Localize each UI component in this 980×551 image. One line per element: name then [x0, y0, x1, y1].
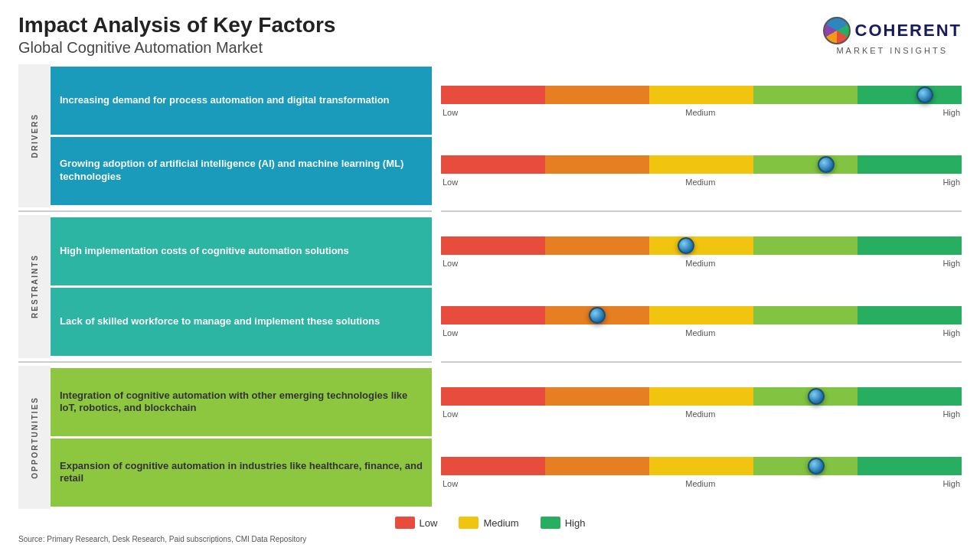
- gauge-label-high: High: [942, 479, 960, 488]
- gauge-segment-3: [753, 86, 858, 104]
- logo-circle-row: COHERENT: [823, 17, 962, 44]
- gauge-label-low: Low: [443, 108, 458, 117]
- gauge-segment-1: [545, 387, 649, 406]
- gauge-knob-opportunities-0: [808, 388, 825, 405]
- gauge-segment-2: [649, 155, 753, 174]
- category-label-col-opportunities: OPPORTUNITIES: [18, 366, 51, 509]
- gauge-segment-2: [649, 387, 753, 406]
- gauge-segment-3: [753, 387, 858, 406]
- gauge-segment-4: [858, 457, 962, 475]
- gauge-group-restraints: LowMediumHighLowMediumHigh: [441, 215, 962, 358]
- gauge-bar-container-restraints-0: [441, 233, 962, 258]
- gauge-item-drivers-0: LowMediumHigh: [441, 67, 962, 134]
- gauge-labels-drivers-1: LowMediumHigh: [441, 178, 962, 187]
- gauge-item-drivers-1: LowMediumHigh: [441, 135, 962, 203]
- gauge-label-medium: Medium: [685, 108, 715, 117]
- right-panel: LowMediumHighLowMediumHighLowMediumHighL…: [432, 64, 962, 509]
- factors-col-drivers: Increasing demand for process automation…: [51, 64, 432, 207]
- gauge-bar-row-opportunities-0: [441, 384, 962, 409]
- gauge-knob-restraints-0: [678, 237, 694, 254]
- gauge-segment-1: [545, 86, 649, 104]
- gauge-label-high: High: [942, 108, 960, 117]
- legend-label-medium: Medium: [483, 517, 518, 529]
- logo-sub: MARKET INSIGHTS: [836, 46, 948, 55]
- gauge-bar-row-restraints-0: [441, 233, 962, 258]
- legend-item-medium: Medium: [459, 517, 518, 529]
- title-block: Impact Analysis of Key Factors Global Co…: [18, 14, 335, 57]
- gauge-divider-1: [441, 361, 962, 363]
- left-panel: DRIVERSIncreasing demand for process aut…: [18, 64, 432, 509]
- gauge-segment-1: [545, 236, 649, 255]
- gauge-bar-row-restraints-1: [441, 303, 962, 328]
- gauge-bar-container-opportunities-1: [441, 454, 962, 478]
- logo-circle-icon: [823, 17, 851, 44]
- gauge-segment-2: [649, 306, 753, 324]
- gauge-segment-0: [441, 306, 545, 324]
- gauge-segment-4: [858, 155, 962, 174]
- legend-swatch-medium: [459, 517, 479, 529]
- gauge-label-medium: Medium: [685, 178, 715, 187]
- gauge-label-medium: Medium: [685, 409, 715, 419]
- gauge-item-restraints-0: LowMediumHigh: [441, 217, 962, 285]
- gauge-segment-1: [545, 155, 649, 174]
- gauge-segment-0: [441, 457, 545, 475]
- gauge-segment-4: [858, 387, 962, 406]
- gauge-segment-2: [649, 86, 753, 104]
- legend-label-high: High: [565, 517, 586, 529]
- factors-col-opportunities: Integration of cognitive automation with…: [51, 366, 432, 509]
- gauge-label-high: High: [942, 259, 960, 268]
- gauge-segment-4: [858, 236, 962, 255]
- category-label-col-restraints: RESTRAINTS: [18, 215, 51, 358]
- gauge-labels-opportunities-1: LowMediumHigh: [441, 479, 962, 488]
- legend-label-low: Low: [420, 517, 438, 529]
- gauge-knob-drivers-0: [916, 86, 933, 103]
- gauge-segment-0: [441, 387, 545, 406]
- factor-box-opportunities-0: Integration of cognitive automation with…: [51, 368, 432, 436]
- logo-name: COHERENT: [855, 21, 962, 41]
- gauge-labels-opportunities-0: LowMediumHigh: [441, 409, 962, 419]
- gauge-group-opportunities: LowMediumHighLowMediumHigh: [441, 366, 962, 509]
- gauge-bar-row-opportunities-1: [441, 454, 962, 478]
- gauge-segment-3: [753, 155, 858, 174]
- logo-block: COHERENT MARKET INSIGHTS: [823, 14, 962, 55]
- legend-item-high: High: [541, 517, 586, 529]
- gauge-item-opportunities-1: LowMediumHigh: [441, 437, 962, 504]
- gauge-bar-row-drivers-0: [441, 83, 962, 107]
- gauge-bar-container-restraints-1: [441, 303, 962, 328]
- gauge-segment-4: [858, 86, 962, 104]
- gauge-label-low: Low: [443, 409, 458, 419]
- category-group-drivers: DRIVERSIncreasing demand for process aut…: [18, 64, 432, 207]
- gauge-label-low: Low: [443, 178, 458, 187]
- gauge-label-medium: Medium: [685, 328, 715, 337]
- factors-col-restraints: High implementation costs of cognitive a…: [51, 215, 432, 358]
- gauge-label-medium: Medium: [685, 479, 715, 488]
- factor-box-opportunities-1: Expansion of cognitive automation in ind…: [51, 439, 432, 507]
- gauge-label-high: High: [942, 178, 960, 187]
- gauge-segment-4: [858, 306, 962, 324]
- gauge-labels-drivers-0: LowMediumHigh: [441, 108, 962, 117]
- factor-box-drivers-0: Increasing demand for process automation…: [51, 67, 432, 135]
- gauge-label-high: High: [942, 409, 960, 419]
- gauge-item-opportunities-0: LowMediumHigh: [441, 368, 962, 435]
- main-title: Impact Analysis of Key Factors: [18, 14, 335, 37]
- gauge-segment-0: [441, 155, 545, 174]
- source-text: Source: Primary Research, Desk Research,…: [18, 535, 962, 543]
- gauge-segment-3: [753, 236, 858, 255]
- legend-row: LowMediumHigh: [18, 514, 962, 532]
- gauge-segment-1: [545, 457, 649, 475]
- category-label-restraints: RESTRAINTS: [31, 254, 39, 318]
- gauge-labels-restraints-0: LowMediumHigh: [441, 259, 962, 268]
- legend-item-low: Low: [395, 517, 438, 529]
- gauge-segment-0: [441, 236, 545, 255]
- content-area: DRIVERSIncreasing demand for process aut…: [18, 64, 962, 509]
- gauge-knob-opportunities-1: [808, 458, 825, 474]
- gauge-bar-container-opportunities-0: [441, 384, 962, 409]
- legend-swatch-low: [395, 517, 415, 529]
- gauge-divider-0: [441, 210, 962, 212]
- factor-box-drivers-1: Growing adoption of artificial intellige…: [51, 137, 432, 205]
- gauge-item-restraints-1: LowMediumHigh: [441, 286, 962, 354]
- gauge-segment-3: [753, 306, 858, 324]
- gauge-group-drivers: LowMediumHighLowMediumHigh: [441, 64, 962, 207]
- gauge-label-low: Low: [443, 479, 458, 488]
- category-label-opportunities: OPPORTUNITIES: [31, 396, 39, 479]
